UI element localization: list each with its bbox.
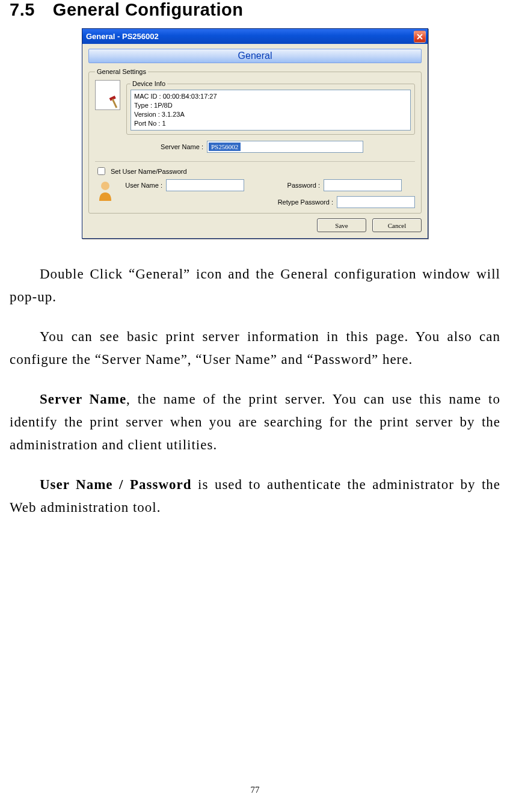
settings-thumbnail-icon	[95, 80, 120, 110]
mac-id-line: MAC ID : 00:00:B4:03:17:27	[134, 92, 407, 101]
retype-password-label: Retype Password :	[278, 198, 333, 206]
set-user-password-checkbox[interactable]	[97, 167, 105, 175]
section-title: General Configuration	[53, 0, 244, 19]
version-line: Version : 3.1.23A	[134, 110, 407, 119]
password-label: Password :	[260, 182, 320, 189]
paragraph-1: Double Click “General” icon and the Gene…	[10, 263, 500, 309]
svg-rect-1	[112, 99, 117, 108]
general-settings-group: General Settings Device Info	[88, 68, 422, 214]
server-name-input[interactable]: PS256002	[207, 141, 363, 153]
hammer-icon	[108, 95, 123, 112]
device-info-legend: Device Info	[131, 80, 167, 87]
close-icon[interactable]	[414, 31, 426, 43]
paragraph-3: Server Name, the name of the print serve…	[10, 388, 500, 457]
server-name-label: Server Name :	[95, 143, 203, 150]
separator	[95, 161, 415, 162]
general-dialog: General - PS256002 General General Setti…	[82, 28, 428, 239]
save-button[interactable]: Save	[317, 218, 366, 232]
password-input[interactable]	[324, 179, 402, 191]
type-line: Type : 1P/8D	[134, 101, 407, 110]
page-number: 77	[0, 785, 510, 795]
set-user-password-label: Set User Name/Password	[111, 168, 187, 175]
svg-point-2	[101, 182, 109, 190]
user-name-label: User Name :	[120, 182, 162, 189]
dialog-title: General - PS256002	[86, 32, 159, 41]
general-banner: General	[88, 49, 422, 63]
device-info-box: MAC ID : 00:00:B4:03:17:27 Type : 1P/8D …	[131, 90, 411, 131]
device-info-group: Device Info MAC ID : 00:00:B4:03:17:27 T…	[126, 80, 415, 135]
dialog-titlebar[interactable]: General - PS256002	[82, 29, 428, 44]
server-name-value: PS256002	[209, 143, 241, 151]
paragraph-4: User Name / Password is used to authenti…	[10, 473, 500, 519]
document-body: Double Click “General” icon and the Gene…	[10, 263, 500, 518]
retype-password-input[interactable]	[337, 196, 415, 208]
section-number: 7.5	[10, 0, 35, 20]
user-name-input[interactable]	[166, 179, 244, 191]
user-icon	[95, 179, 115, 201]
paragraph-2: You can see basic print server informati…	[10, 325, 500, 371]
section-heading: 7.5General Configuration	[10, 0, 500, 20]
general-settings-legend: General Settings	[95, 68, 148, 75]
cancel-button[interactable]: Cancel	[372, 218, 422, 232]
port-line: Port No : 1	[134, 119, 407, 128]
